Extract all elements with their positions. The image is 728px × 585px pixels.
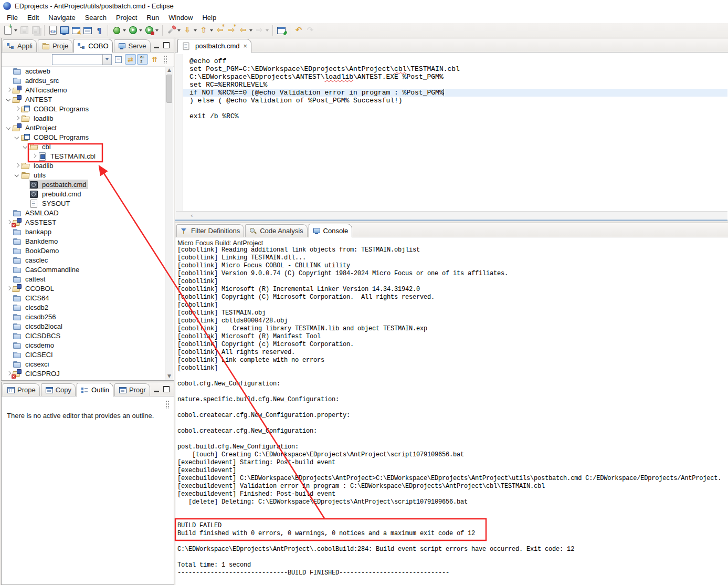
tree-item-cicsdb2local[interactable]: cicsdb2local [2, 321, 165, 331]
tree-item-testmain-cbl[interactable]: TESTMAIN.cbl [2, 151, 165, 161]
chevron-down-icon[interactable] [14, 134, 20, 141]
tree-item-loadlib[interactable]: loadlib [2, 113, 165, 123]
chevron-right-icon[interactable] [30, 153, 37, 160]
dropdown-arrow-icon[interactable] [177, 29, 181, 32]
tree-item-cicsexci[interactable]: cicsexci [2, 359, 165, 369]
next-edit-location-button[interactable]: ⇨ [226, 24, 237, 36]
sort-button[interactable]: a↓z [137, 54, 148, 65]
tree-item-cicsdb256[interactable]: cicsdb256 [2, 312, 165, 321]
tree-item-sysout[interactable]: SYSOUT [2, 199, 165, 208]
tree-item-cicsdbcs[interactable]: CICSDBCS [2, 331, 165, 340]
promote-button[interactable]: ⇈ [149, 54, 160, 65]
view-menu-handle[interactable] [165, 400, 170, 409]
run-button[interactable] [127, 24, 143, 36]
maximize-icon[interactable] [163, 42, 170, 48]
view-menu-handle[interactable] [163, 55, 167, 64]
dropdown-arrow-icon[interactable] [123, 29, 126, 32]
editor-hscrollbar[interactable]: ‹ [176, 211, 727, 220]
tree-item-bankapp[interactable]: bankapp [2, 227, 165, 236]
tab-serve[interactable]: Serve [114, 39, 151, 52]
tree-item-cascommandline[interactable]: CasCommandline [2, 265, 165, 274]
tab-progr[interactable]: Progr [114, 383, 150, 396]
menu-help[interactable]: Help [197, 13, 221, 23]
dropdown-arrow-icon[interactable] [249, 29, 252, 32]
tree-item-postbatch-cmd[interactable]: postbatch.cmd [2, 180, 165, 189]
chevron-right-icon[interactable] [14, 106, 20, 112]
tab-filter-definitions[interactable]: Filter Definitions [176, 224, 244, 237]
new-task-button[interactable] [276, 24, 287, 36]
previous-edit-button[interactable]: ↶ [293, 24, 304, 36]
chevron-right-icon[interactable] [5, 87, 12, 93]
menu-window[interactable]: Window [164, 13, 197, 23]
menu-file[interactable]: File [2, 13, 23, 23]
tab-copy[interactable]: Copy [41, 383, 76, 396]
back-button[interactable]: ⇦ [237, 24, 254, 36]
show-view-button[interactable] [82, 24, 93, 36]
chevron-down-icon[interactable] [22, 143, 29, 150]
tree-item-cattest[interactable]: cattest [2, 274, 165, 284]
open-search-button[interactable] [165, 24, 182, 36]
tree-item-cicsproj[interactable]: ×CICSPROJ [2, 369, 165, 378]
profile-button[interactable] [143, 24, 160, 36]
maximize-icon[interactable] [163, 386, 170, 392]
collapse-all-button[interactable]: − [113, 54, 124, 65]
dropdown-arrow-icon[interactable] [266, 29, 269, 32]
tab-code-analysis[interactable]: Code Analysis [245, 224, 307, 237]
scroll-up-icon[interactable]: ▲ [165, 66, 173, 74]
menu-edit[interactable]: Edit [23, 13, 44, 23]
tree-item-asmload[interactable]: ASMLOAD [2, 208, 165, 217]
tab-appli[interactable]: Appli [3, 39, 37, 52]
next-annotation-button[interactable]: ⇩ [182, 24, 198, 36]
tab-prope[interactable]: Prope [3, 383, 40, 396]
tree-item-bankdemo[interactable]: Bankdemo [2, 236, 165, 246]
console-output[interactable]: [cobollink] Reading additional link obje… [177, 246, 727, 585]
menu-run[interactable]: Run [142, 13, 164, 23]
new-wizard-button[interactable] [2, 24, 18, 36]
tree-item-cobol-programs[interactable]: COBOL Programs [2, 132, 165, 142]
tree-item-acctweb[interactable]: acctweb [2, 66, 165, 76]
menu-navigate[interactable]: Navigate [44, 13, 80, 23]
dropdown-arrow-icon[interactable] [14, 29, 17, 32]
link-with-editor-button[interactable]: ⇄ [125, 54, 136, 65]
tree-item-asstest[interactable]: ×ASSTEST [2, 217, 165, 227]
scrollbar-thumb[interactable] [166, 75, 172, 103]
tree-item-loadlib[interactable]: loadlib [2, 161, 165, 170]
tree-item-cics64[interactable]: CICS64 [2, 293, 165, 302]
menu-search[interactable]: Search [80, 13, 111, 23]
minimize-icon[interactable] [154, 47, 159, 48]
chevron-down-icon[interactable] [5, 124, 12, 131]
tree-item-cicsdb2[interactable]: cicsdb2 [2, 302, 165, 312]
editor-tab-postbatch[interactable]: postbatch.cmd × [177, 39, 251, 53]
dropdown-arrow-icon[interactable] [139, 29, 142, 32]
tree-item-casclec[interactable]: casclec [2, 255, 165, 265]
tree-item-cobol-programs[interactable]: COBOL Programs [2, 104, 165, 113]
previous-annotation-button[interactable]: ⇧ [198, 24, 214, 36]
scroll-left-icon[interactable]: ‹ [191, 213, 193, 218]
tree-item-bookdemo[interactable]: BookDemo [2, 246, 165, 255]
chevron-right-icon[interactable] [14, 162, 20, 169]
dropdown-arrow-icon[interactable] [155, 29, 159, 32]
tab-proje[interactable]: Proje [38, 39, 72, 52]
tab-cobo[interactable]: COBO [73, 39, 112, 53]
filter-combo[interactable] [52, 54, 112, 65]
menu-project[interactable]: Project [111, 13, 142, 23]
debug-button[interactable] [111, 24, 127, 36]
tree-item-prebuild-cmd[interactable]: prebuild.cmd [2, 189, 165, 199]
remote-console-button[interactable] [59, 24, 70, 36]
open-cobol-element-button[interactable] [70, 24, 82, 36]
tree-item-cicseci[interactable]: CICSECI [2, 350, 165, 359]
tree-scrollbar[interactable]: ▲ ▼ [165, 66, 173, 380]
tree-item-antest[interactable]: ANTEST [2, 95, 165, 104]
dropdown-arrow-icon[interactable] [194, 29, 197, 32]
tree-item-utils[interactable]: utils [2, 170, 165, 180]
data-file-button[interactable] [47, 24, 59, 36]
combo-dropdown-icon[interactable] [102, 55, 111, 65]
last-edit-location-button[interactable]: ⇦ [214, 24, 226, 36]
tree-item-cicsdemo[interactable]: cicsdemo [2, 340, 165, 350]
tree-item-cbl[interactable]: cbl [2, 142, 165, 151]
tree-item-antproject[interactable]: AntProject [2, 123, 165, 132]
minimize-icon[interactable] [154, 391, 159, 392]
chevron-right-icon[interactable] [5, 285, 12, 292]
dropdown-arrow-icon[interactable] [210, 29, 213, 32]
chevron-down-icon[interactable] [5, 96, 12, 103]
